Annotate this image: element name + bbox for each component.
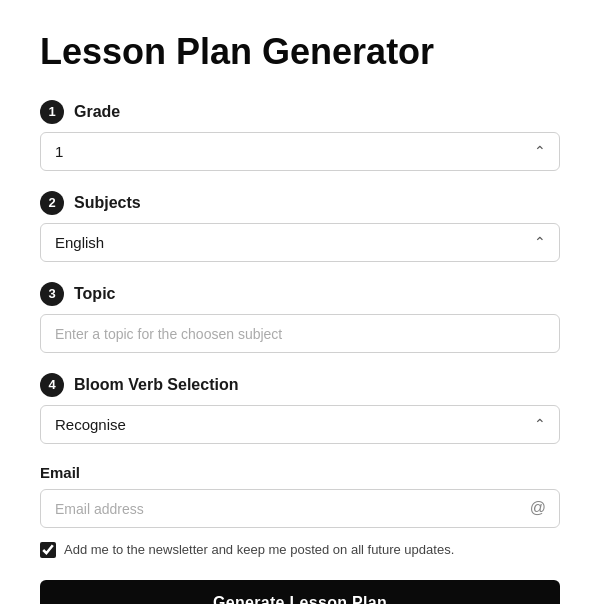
email-label: Email <box>40 464 560 481</box>
bloom-section: 4 Bloom Verb Selection Recognise Recall … <box>40 373 560 444</box>
step-badge-4: 4 <box>40 373 64 397</box>
subjects-select[interactable]: English Math Science History Art <box>40 223 560 262</box>
email-input[interactable] <box>40 489 560 528</box>
topic-label-text: Topic <box>74 285 115 303</box>
email-section: Email @ <box>40 464 560 528</box>
subjects-label-text: Subjects <box>74 194 141 212</box>
newsletter-row: Add me to the newsletter and keep me pos… <box>40 542 560 558</box>
newsletter-checkbox[interactable] <box>40 542 56 558</box>
topic-input[interactable] <box>40 314 560 353</box>
step-badge-2: 2 <box>40 191 64 215</box>
subjects-section: 2 Subjects English Math Science History … <box>40 191 560 262</box>
topic-section: 3 Topic <box>40 282 560 353</box>
bloom-select-wrapper: Recognise Recall Understand Apply Analys… <box>40 405 560 444</box>
grade-section: 1 Grade 1 2 3 4 5 6 7 8 9 10 11 12 ⌃ <box>40 100 560 171</box>
bloom-select[interactable]: Recognise Recall Understand Apply Analys… <box>40 405 560 444</box>
grade-select-wrapper: 1 2 3 4 5 6 7 8 9 10 11 12 ⌃ <box>40 132 560 171</box>
subjects-select-wrapper: English Math Science History Art ⌃ <box>40 223 560 262</box>
grade-label: 1 Grade <box>40 100 560 124</box>
step-badge-3: 3 <box>40 282 64 306</box>
generate-button[interactable]: Generate Lesson Plan <box>40 580 560 604</box>
newsletter-text: Add me to the newsletter and keep me pos… <box>64 542 454 557</box>
grade-select[interactable]: 1 2 3 4 5 6 7 8 9 10 11 12 <box>40 132 560 171</box>
page-title: Lesson Plan Generator <box>40 32 560 72</box>
topic-label: 3 Topic <box>40 282 560 306</box>
step-badge-1: 1 <box>40 100 64 124</box>
grade-label-text: Grade <box>74 103 120 121</box>
bloom-label-text: Bloom Verb Selection <box>74 376 238 394</box>
bloom-label: 4 Bloom Verb Selection <box>40 373 560 397</box>
subjects-label: 2 Subjects <box>40 191 560 215</box>
email-wrapper: @ <box>40 489 560 528</box>
